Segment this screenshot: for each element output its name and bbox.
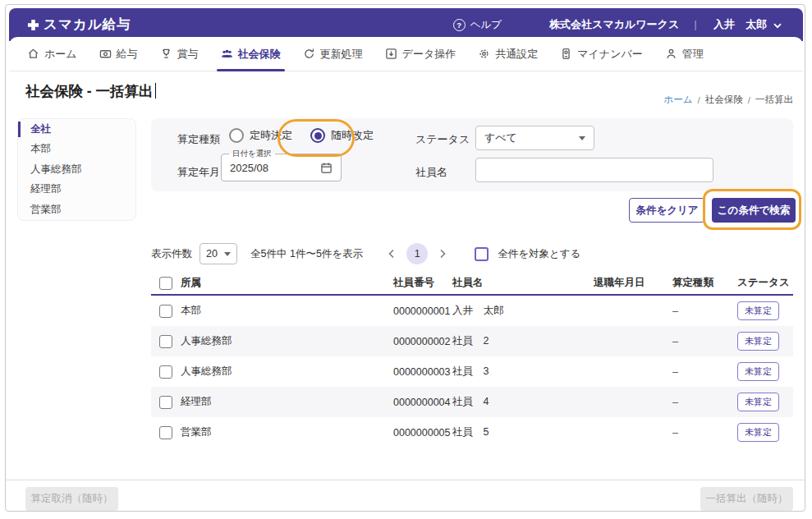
search-with-conditions-button[interactable]: この条件で検索 <box>712 198 796 223</box>
sidebar-item-headquarters[interactable]: 本部 <box>18 140 135 160</box>
next-page-button[interactable] <box>435 246 450 261</box>
status-badge: 未算定 <box>737 362 779 381</box>
radio-scheduled-decision[interactable]: 定時決定 <box>229 128 292 143</box>
app-logo[interactable]: スマカル給与 <box>9 16 131 34</box>
nav-label: 社会保険 <box>238 47 281 62</box>
table-row: 本部 0000000001 入井 太郎 – 未算定 <box>151 296 793 326</box>
row-checkbox[interactable] <box>159 365 172 379</box>
page-size-select[interactable]: 20 <box>200 243 237 264</box>
department-sidebar: 全社 本部 人事総務部 経理部 営業部 <box>17 118 136 221</box>
select-all-label: 全件を対象とする <box>498 247 580 261</box>
select-all-scope: 全件を対象とする <box>475 247 580 261</box>
employee-name-input[interactable] <box>475 158 713 182</box>
id-card-icon <box>560 48 572 60</box>
list-controls: 表示件数 20 全5件中 1件〜5件を表示 1 全件を対象とする <box>151 241 793 266</box>
date-field-floating-label: 日付を選択 <box>229 149 275 159</box>
gear-icon <box>478 48 490 60</box>
cancel-calculation-button[interactable]: 算定取消（随時） <box>25 487 118 511</box>
help-icon: ? <box>453 19 466 31</box>
employee-name-label: 社員名 <box>415 165 447 180</box>
page-title: 社会保険 - 一括算出 <box>25 81 156 101</box>
sidebar-item-hr-general-affairs[interactable]: 人事総務部 <box>18 159 135 180</box>
nav-label: ホーム <box>44 47 77 62</box>
nav-label: 更新処理 <box>320 47 363 62</box>
row-checkbox[interactable] <box>159 305 172 318</box>
status-badge: 未算定 <box>737 301 779 320</box>
sidebar-item-accounting[interactable]: 経理部 <box>18 180 135 200</box>
radio-occasional-revision[interactable]: 随時改定 <box>310 128 374 143</box>
page-size-label: 表示件数 <box>151 247 192 261</box>
clear-conditions-button[interactable]: 条件をクリア <box>629 198 705 223</box>
status-select[interactable]: すべて <box>475 126 594 150</box>
calc-type-label: 算定種類 <box>177 132 220 147</box>
calc-month-label: 算定年月 <box>177 165 220 180</box>
caret-down-icon <box>224 252 231 256</box>
sidebar-item-all-company[interactable]: 全社 <box>18 119 135 140</box>
table-row: 人事総務部 0000000002 社員 2 – 未算定 <box>151 326 793 356</box>
nav-label: 共通設定 <box>495 47 538 62</box>
nav-item-admin[interactable]: 管理 <box>665 37 704 71</box>
breadcrumb: ホーム / 社会保険 / 一括算出 <box>664 94 793 106</box>
row-checkbox[interactable] <box>159 396 172 409</box>
plus-logo-icon <box>27 19 39 31</box>
prev-page-button[interactable] <box>384 246 399 261</box>
nav-item-common-settings[interactable]: 共通設定 <box>478 37 538 71</box>
status-badge: 未算定 <box>737 393 779 411</box>
nav-item-update-process[interactable]: 更新処理 <box>303 37 363 71</box>
breadcrumb-section: 社会保険 <box>705 94 743 106</box>
select-all-checkbox[interactable] <box>475 247 489 261</box>
nav-item-social-insurance[interactable]: 社会保険 <box>221 37 281 71</box>
col-header-employee-no: 社員番号 <box>393 276 452 290</box>
banknote-icon <box>99 48 112 60</box>
table-header-row: 所属 社員番号 社員名 退職年月日 算定種類 ステータス <box>151 272 793 296</box>
trophy-icon <box>160 48 172 60</box>
people-group-icon <box>221 48 233 60</box>
col-header-employee-name: 社員名 <box>452 276 594 290</box>
text-cursor <box>155 83 157 99</box>
table-row: 人事総務部 0000000003 社員 3 – 未算定 <box>151 356 793 387</box>
nav-label: 給与 <box>117 47 138 62</box>
header-checkbox[interactable] <box>159 277 172 290</box>
row-checkbox[interactable] <box>159 335 172 348</box>
calc-month-input[interactable] <box>230 162 304 174</box>
breadcrumb-home[interactable]: ホーム <box>664 94 693 106</box>
calc-month-date-field[interactable]: 日付を選択 <box>221 154 342 181</box>
sidebar-item-sales[interactable]: 営業部 <box>18 200 135 220</box>
row-checkbox[interactable] <box>159 426 172 439</box>
person-icon <box>665 48 677 60</box>
refresh-icon <box>303 48 315 60</box>
page-number-button[interactable]: 1 <box>406 243 428 264</box>
app-window: スマカル給与 ? ヘルプ 株式会社スマカルワークス ｜ 入井 太郎 ホーム 給与 <box>5 4 805 512</box>
nav-item-bonus[interactable]: 賞与 <box>160 37 199 71</box>
user-name: 入井 太郎 <box>713 17 767 32</box>
global-nav: ホーム 給与 賞与 社会保険 更新処理 データ操作 共通設定 マイナンバー <box>9 37 803 71</box>
col-header-department: 所属 <box>181 276 393 290</box>
nav-label: 賞与 <box>177 47 199 62</box>
radio-circle-icon <box>229 128 244 143</box>
caret-down-icon <box>579 136 585 140</box>
status-badge: 未算定 <box>737 423 779 442</box>
nav-label: マイナンバー <box>577 47 643 62</box>
breadcrumb-current: 一括算出 <box>755 94 793 106</box>
table-row: 営業部 0000000005 社員 5 – 未算定 <box>151 417 793 448</box>
search-filters-panel: 算定種類 定時決定 随時改定 算定年月 日付を選択 ステータス すべて 社員名 <box>151 118 793 191</box>
nav-label: 管理 <box>682 47 704 62</box>
col-header-retirement-date: 退職年月日 <box>594 276 672 290</box>
chevron-down-icon <box>773 19 782 31</box>
user-menu[interactable]: 入井 太郎 <box>713 17 782 32</box>
col-header-status: ステータス <box>737 276 793 290</box>
help-link[interactable]: ? ヘルプ <box>453 18 502 32</box>
download-box-icon <box>385 48 397 60</box>
radio-circle-icon <box>310 128 325 143</box>
app-header: スマカル給与 ? ヘルプ 株式会社スマカルワークス ｜ 入井 太郎 <box>9 8 803 41</box>
status-badge: 未算定 <box>737 332 779 351</box>
nav-label: データ操作 <box>402 47 456 62</box>
calc-type-radio-group: 定時決定 随時改定 <box>229 128 374 143</box>
nav-item-home[interactable]: ホーム <box>27 37 77 71</box>
table-row: 経理部 0000000004 社員 4 – 未算定 <box>151 387 793 417</box>
calendar-icon[interactable] <box>320 162 333 174</box>
nav-item-data-operations[interactable]: データ操作 <box>385 37 456 71</box>
nav-item-my-number[interactable]: マイナンバー <box>560 37 643 71</box>
nav-item-payroll[interactable]: 給与 <box>99 37 138 71</box>
bulk-calculation-button[interactable]: 一括算出（随時） <box>700 487 793 511</box>
